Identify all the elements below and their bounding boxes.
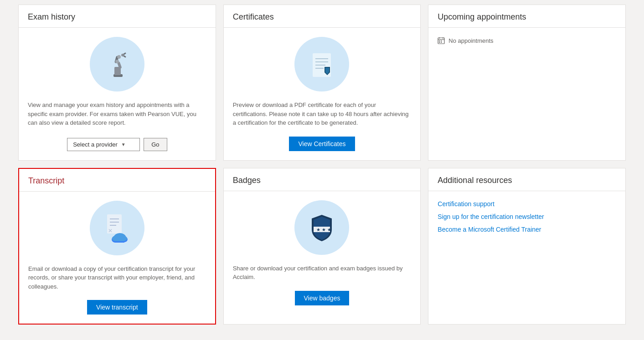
robot-arm-icon <box>101 48 134 81</box>
resources-card: Additional resources Certification suppo… <box>428 168 626 325</box>
svg-point-5 <box>117 55 121 59</box>
badge-icon: ★ ★ ★ <box>304 209 340 246</box>
provider-row: Select a provider ▼ Go <box>67 138 167 151</box>
transcript-icon-circle: ✕ <box>90 201 144 255</box>
newsletter-link[interactable]: Sign up for the certification newsletter <box>438 213 616 220</box>
certificates-body: Preview or download a PDF certificate fo… <box>224 28 421 160</box>
exam-icon-circle <box>90 37 144 91</box>
chevron-down-icon: ▼ <box>121 142 126 147</box>
svg-text:★ ★ ★: ★ ★ ★ <box>316 227 331 232</box>
calendar-icon <box>438 37 445 44</box>
badges-body: ★ ★ ★ Share or download your certificati… <box>224 191 421 325</box>
appointments-title: Upcoming appointments <box>428 5 625 28</box>
provider-select-label: Select a provider <box>73 141 118 148</box>
no-appointments-label: No appointments <box>448 37 493 44</box>
exam-history-card: Exam history <box>18 5 216 161</box>
transcript-icon: ✕ <box>99 210 135 246</box>
transcript-description: Email or download a copy of your certifi… <box>28 264 206 291</box>
svg-rect-34 <box>115 237 124 241</box>
view-badges-button[interactable]: View badges <box>295 291 350 305</box>
top-row-grid: Exam history <box>18 5 626 161</box>
svg-rect-20 <box>439 42 440 43</box>
exam-history-title: Exam history <box>19 5 216 28</box>
certificates-icon-circle <box>294 37 349 91</box>
bottom-row-grid: Transcript ✕ <box>18 168 626 325</box>
svg-rect-18 <box>439 41 440 41</box>
certificates-title: Certificates <box>224 5 421 28</box>
svg-rect-21 <box>441 42 442 43</box>
transcript-card: Transcript ✕ <box>18 168 216 325</box>
view-transcript-button[interactable]: View transcript <box>87 300 147 315</box>
exam-history-body: View and manage your exam history and ap… <box>19 28 216 160</box>
badges-title: Badges <box>224 168 421 191</box>
no-appointments-row: No appointments <box>438 37 493 44</box>
svg-rect-19 <box>441 41 442 41</box>
certificates-card: Certificates Prev <box>223 5 421 161</box>
page-container: Exam history <box>0 0 644 340</box>
badges-description: Share or download your certification and… <box>233 264 412 282</box>
transcript-title: Transcript <box>19 169 215 192</box>
certification-support-link[interactable]: Certification support <box>438 200 616 208</box>
badges-icon-circle: ★ ★ ★ <box>294 200 349 255</box>
view-certificates-button[interactable]: View Certificates <box>289 137 355 151</box>
svg-point-4 <box>115 60 119 63</box>
resources-body: Certification support Sign up for the ce… <box>428 191 625 242</box>
certificate-icon <box>305 48 338 81</box>
exam-history-description: View and manage your exam history and ap… <box>28 101 206 127</box>
mct-link[interactable]: Become a Microsoft Certified Trainer <box>438 226 616 233</box>
svg-text:✕: ✕ <box>108 228 113 234</box>
certificates-description: Preview or download a PDF certificate fo… <box>233 101 412 127</box>
provider-select[interactable]: Select a provider ▼ <box>67 138 140 151</box>
appointments-card: Upcoming appointments No appointments <box>428 5 626 161</box>
transcript-body: ✕ Email or download a copy of your certi… <box>19 192 215 324</box>
appointments-body: No appointments <box>428 28 625 53</box>
resources-title: Additional resources <box>428 168 625 191</box>
badges-card: Badges ★ ★ ★ Share or download your cert… <box>223 168 421 325</box>
go-button[interactable]: Go <box>144 138 167 151</box>
svg-point-8 <box>121 54 124 56</box>
